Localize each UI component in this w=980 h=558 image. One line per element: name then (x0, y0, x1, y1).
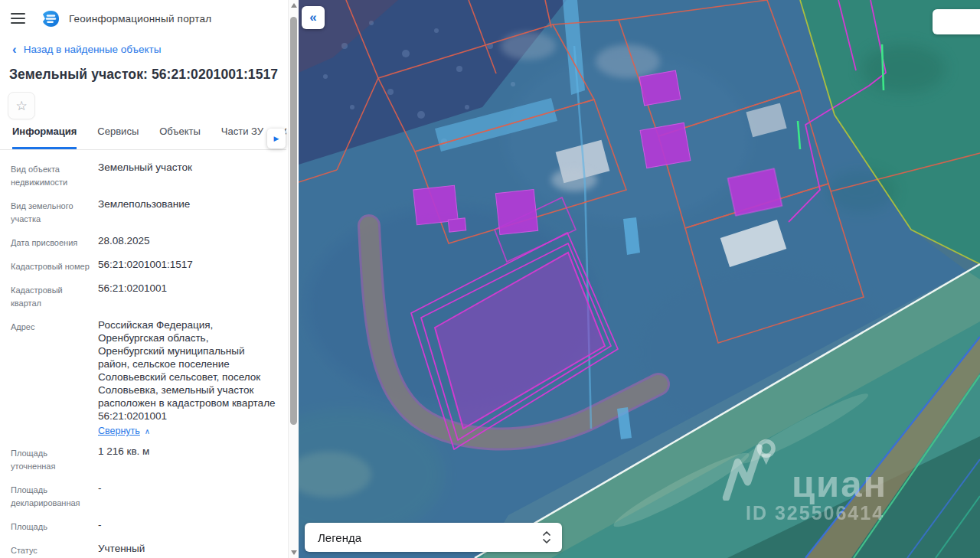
menu-icon[interactable] (11, 13, 25, 24)
back-chevron-icon: ‹ (12, 44, 17, 55)
address-collapse-link[interactable]: Свернуть ∧ (98, 426, 276, 436)
back-to-results-link[interactable]: ‹ Назад в найденные объекты (12, 44, 161, 55)
panel-collapse-button[interactable]: « (302, 6, 325, 29)
field-assign-date: Дата присвоения 28.08.2025 (11, 234, 280, 250)
geoportal-app: Геоинформационный портал ‹ Назад в найде… (0, 0, 980, 558)
legend-label: Легенда (318, 531, 361, 544)
geoportal-logo-icon (42, 10, 60, 28)
legend-dropdown[interactable]: Легенда (305, 523, 562, 552)
field-status: Статус Учтенный (11, 542, 280, 557)
scroll-up-arrow-icon[interactable] (291, 3, 297, 8)
tab-objects[interactable]: Объекты (159, 126, 201, 149)
page-title: Земельный участок: 56:21:0201001:1517 (9, 67, 278, 83)
field-parcel-kind: Вид земельного участка Землепользование (11, 197, 280, 226)
field-cadastral-number: Кадастровый номер 56:21:0201001:1517 (11, 258, 280, 273)
tab-services[interactable]: Сервисы (97, 126, 139, 149)
field-area-refined: Площадь уточненная 1 216 кв. м (11, 445, 280, 473)
tab-parts-zu[interactable]: Части ЗУ (221, 126, 263, 149)
field-cadastral-quarter: Кадастровый квартал 56:21:0201001 (11, 282, 280, 310)
attributes-list: Вид объекта недвижимости Земельный участ… (11, 161, 280, 558)
panel-scrollbar-thumb[interactable] (290, 17, 297, 425)
sort-chevrons-icon (542, 530, 551, 544)
address-value: Российская Федерация, Оренбургская облас… (98, 318, 276, 423)
panel-scrollbar[interactable] (288, 0, 299, 558)
back-link-label: Назад в найденные объекты (24, 44, 162, 55)
scroll-down-arrow-icon[interactable] (291, 550, 297, 555)
tab-information[interactable]: Информация (12, 126, 77, 149)
chevron-up-icon: ∧ (145, 427, 150, 436)
field-object-kind: Вид объекта недвижимости Земельный участ… (11, 161, 280, 189)
field-address: Адрес Российская Федерация, Оренбургская… (11, 318, 280, 436)
field-area: Площадь - (11, 518, 280, 534)
map-area: « циан ID 325506414 Легенда (299, 0, 980, 558)
chevron-right-icon: ▶ (274, 135, 279, 142)
tab-bar: Информация Сервисы Объекты Части ЗУ Сост… (0, 126, 286, 150)
app-header: Геоинформационный портал (11, 8, 211, 29)
favorite-button[interactable]: ☆ (8, 92, 35, 119)
satellite-map[interactable] (299, 0, 980, 558)
star-icon: ☆ (15, 98, 27, 114)
object-info-panel: Геоинформационный портал ‹ Назад в найде… (0, 0, 299, 558)
field-area-declared: Площадь декларированная - (11, 481, 280, 510)
double-chevron-left-icon: « (309, 10, 316, 25)
app-title: Геоинформационный портал (69, 13, 211, 24)
map-control-box[interactable] (933, 9, 980, 34)
tab-scroll-right-button[interactable]: ▶ (267, 129, 286, 148)
